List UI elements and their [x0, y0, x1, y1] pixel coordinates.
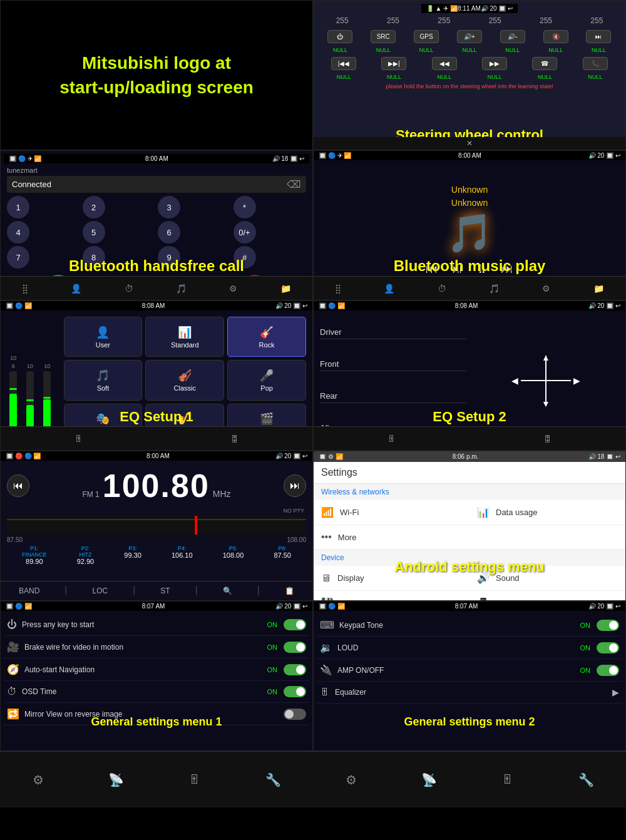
dial-0plus[interactable]: 0/+: [233, 221, 256, 243]
radio-band-btn[interactable]: BAND: [14, 585, 44, 597]
steer-btn-rew[interactable]: ◀◀: [432, 57, 457, 70]
steer-btn-src[interactable]: SRC: [371, 30, 396, 43]
steer-btn-vol-dn[interactable]: 🔊-: [500, 30, 525, 43]
bottom-folder-icon[interactable]: 📁: [280, 284, 291, 294]
eq2-front[interactable]: Front: [320, 357, 466, 371]
steer-btn-skip[interactable]: ⏭: [586, 30, 611, 43]
radio-list-btn[interactable]: 📋: [280, 585, 299, 597]
eq1-settings-icon[interactable]: 🎚: [74, 434, 83, 444]
bottom-settings-icon[interactable]: ⚙: [229, 284, 237, 294]
bnl-tools-icon[interactable]: 🔧: [259, 766, 287, 794]
bm-history-icon[interactable]: ⏱: [438, 284, 446, 294]
gen2-toggle-3[interactable]: [597, 665, 619, 676]
gen2-toggle-2[interactable]: [597, 642, 619, 653]
bottom-music-icon[interactable]: 🎵: [176, 284, 187, 294]
radio-search-btn[interactable]: 🔍: [218, 585, 237, 597]
steer-btn-next[interactable]: ▶▶|: [381, 57, 406, 70]
android-data-usage-item[interactable]: 📊 Data usage: [470, 500, 625, 525]
dial-4[interactable]: 4: [7, 221, 29, 243]
steer-btn-mute[interactable]: 🔇: [543, 30, 568, 43]
eq2-eq-icon[interactable]: 🎛: [543, 434, 552, 444]
android-wifi-item[interactable]: 📶 Wi-Fi: [314, 500, 470, 525]
radio-st-btn[interactable]: ST: [155, 585, 175, 597]
bottom-contact-icon[interactable]: 👤: [71, 284, 81, 294]
bnl-radio-icon[interactable]: 📡: [102, 766, 130, 794]
eq2-rear[interactable]: Rear: [320, 389, 466, 403]
eq-preset-standard[interactable]: 📊 Standard: [145, 317, 224, 357]
bm-folder-icon[interactable]: 📁: [593, 284, 604, 294]
bnl-settings-icon[interactable]: ⚙: [26, 766, 50, 794]
dial-6[interactable]: 6: [158, 221, 180, 243]
gen1-toggle-3[interactable]: [284, 664, 306, 675]
steer-btn-vol-up[interactable]: 🔊+: [457, 30, 482, 43]
gen2-toggle-1[interactable]: [597, 620, 619, 631]
radio-loc-btn[interactable]: LOC: [88, 585, 113, 597]
gen1-toggle-4[interactable]: [284, 686, 306, 697]
bm-contact-icon[interactable]: 👤: [384, 284, 394, 294]
eq1-eq-icon[interactable]: 🎛: [230, 434, 239, 444]
main-grid: Mitsubishi logo at start-up/loading scre…: [0, 0, 626, 840]
eq2-driver[interactable]: Driver: [320, 325, 466, 339]
dial-star[interactable]: *: [233, 196, 256, 218]
dial-5[interactable]: 5: [83, 221, 105, 243]
bnr-tools-icon[interactable]: 🔧: [572, 766, 600, 794]
eq-preset-classic[interactable]: 🎻 Classic: [145, 360, 224, 400]
steer-btn-gps[interactable]: GPS: [414, 30, 439, 43]
dial-3[interactable]: 3: [158, 196, 180, 218]
radio-next-btn[interactable]: ⏭: [284, 474, 306, 497]
bm-music-icon[interactable]: 🎵: [489, 284, 500, 294]
bt-call-bottom-bar: ⣿ 👤 ⏱ 🎵 ⚙ 📁: [1, 276, 312, 300]
radio-preset-6[interactable]: P6: 87.50: [274, 545, 291, 565]
radio-preset-4[interactable]: P4: 106.10: [172, 545, 193, 565]
bnr-radio-icon[interactable]: 📡: [415, 766, 443, 794]
radio-frequency: 100.80: [103, 467, 210, 505]
android-more-item[interactable]: ••• More: [314, 525, 625, 550]
gen1-toggle-1[interactable]: [284, 619, 306, 630]
steer-btn-power[interactable]: ⏻: [327, 30, 352, 43]
android-storage-item[interactable]: 💾 Storage & USB: [314, 591, 470, 601]
radio-preset-2[interactable]: P2:HITZ 92.90: [77, 545, 95, 565]
radio-preset-5[interactable]: P5: 108.00: [223, 545, 244, 565]
cell-mitsubishi: Mitsubishi logo at start-up/loading scre…: [0, 0, 313, 150]
gen2-item-2: 🔉 LOUD ON: [317, 637, 622, 659]
joy-right-arrow[interactable]: ▶: [573, 376, 580, 386]
steer-btn-fwd[interactable]: ▶▶: [482, 57, 507, 70]
radio-preset-1[interactable]: P1:FINANCE 89.90: [22, 545, 47, 565]
steer-btn-call[interactable]: ☎: [532, 57, 557, 70]
dial-1[interactable]: 1: [7, 196, 29, 218]
gen2-item-4: 🎚 Equalizer ▶: [317, 682, 622, 704]
bnr-eq-icon[interactable]: 🎚: [495, 766, 520, 793]
steering-battery: 🔊 20 🔲 ↩: [481, 5, 513, 12]
steer-btn-prev[interactable]: |◀◀: [331, 57, 356, 70]
android-apps-item[interactable]: 📱 Apps: [470, 591, 625, 601]
bottom-history-icon[interactable]: ⏱: [125, 284, 133, 294]
bottom-apps-icon[interactable]: ⣿: [22, 284, 28, 294]
steer-btn-endcall[interactable]: 📞: [583, 57, 608, 70]
android-settings-title: Settings: [314, 462, 625, 484]
eq-preset-rock[interactable]: 🎸 Rock: [227, 317, 306, 357]
steering-close[interactable]: ✕: [314, 137, 625, 150]
bnr-settings-icon[interactable]: ⚙: [339, 766, 363, 794]
eq1-label: EQ Setup 1: [1, 409, 312, 425]
radio-preset-3[interactable]: P3: 99.30: [124, 545, 141, 565]
android-storage-row: 💾 Storage & USB 📱 Apps: [314, 591, 625, 601]
joy-up-arrow[interactable]: ▲: [541, 352, 550, 362]
radio-prev-btn[interactable]: ⏮: [7, 474, 29, 497]
joy-left-arrow[interactable]: ◀: [511, 376, 518, 386]
eq2-settings-icon[interactable]: 🎚: [387, 434, 396, 444]
cell-android: 🔲 ⚙ 📶 8:06 p.m. 🔊 18 🔲 ↩ Settings Wirele…: [313, 451, 626, 601]
joy-down-arrow[interactable]: ▼: [541, 399, 550, 409]
eq-preset-soft[interactable]: 🎵 Soft: [64, 360, 143, 400]
steering-numbers: 255255255 255255255: [317, 13, 622, 28]
gen2-inner: ⌨ Keypad Tone ON 🔉 LOUD ON: [314, 611, 625, 750]
bm-settings-icon[interactable]: ⚙: [542, 284, 550, 294]
bm-apps-icon[interactable]: ⣿: [335, 284, 341, 294]
gen1-toggle-2[interactable]: [284, 642, 306, 653]
eq-preset-user[interactable]: 👤 User: [64, 317, 143, 357]
eq-preset-pop[interactable]: 🎤 Pop: [227, 360, 306, 400]
eq2-time: 8:08 AM: [455, 302, 478, 309]
steering-row1: ⏻ SRC GPS 🔊+ 🔊- 🔇 ⏭: [317, 28, 622, 45]
cell-eq1: 🔲 🔵 📶 8:08 AM 🔊 20 🔲 ↩ 10 6 -10 LOW 10: [0, 300, 313, 451]
bnl-eq-icon[interactable]: 🎚: [182, 766, 207, 793]
dial-2[interactable]: 2: [83, 196, 105, 218]
